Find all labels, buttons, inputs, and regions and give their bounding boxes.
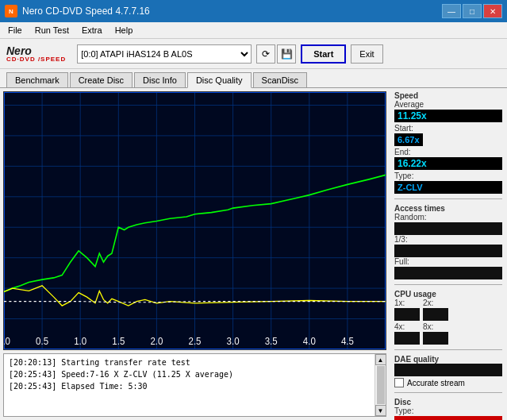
right-panel: Speed Average 11.25x Start: 6.67x End: 1… bbox=[390, 88, 507, 420]
title-bar-left: N Nero CD-DVD Speed 4.7.7.16 bbox=[5, 5, 150, 17]
end-label: End: bbox=[394, 148, 502, 156]
random-value bbox=[394, 222, 502, 235]
cpu-2x-label: 2x: bbox=[423, 299, 448, 307]
random-label: Random: bbox=[394, 213, 502, 222]
speed-section: Speed Average 11.25x Start: 6.67x End: 1… bbox=[394, 91, 502, 194]
divider-2 bbox=[394, 284, 502, 285]
log-entry-0: [20:20:13] Starting transfer rate test bbox=[9, 356, 370, 368]
full-label: Full: bbox=[394, 257, 502, 266]
cpu-4x-label: 4x: bbox=[394, 322, 420, 331]
cpu-usage-section: CPU usage 1x: 2x: 4x: bbox=[394, 290, 502, 345]
log-entry-1: [20:25:43] Speed:7-16 X Z-CLV (11.25 X a… bbox=[9, 368, 370, 380]
cpu-1x-label: 1x: bbox=[394, 299, 420, 307]
nero-logo: Nero CD·DVD /SPEED bbox=[6, 45, 66, 63]
window-title: Nero CD-DVD Speed 4.7.7.16 bbox=[22, 6, 150, 17]
cpu-8x-value bbox=[423, 332, 448, 345]
disc-header: Disc bbox=[394, 398, 502, 407]
log-scrollbar: ▲ ▼ bbox=[374, 354, 386, 416]
onethird-label: 1/3: bbox=[394, 235, 502, 244]
svg-text:4.5: 4.5 bbox=[341, 336, 354, 346]
maximize-button[interactable]: □ bbox=[463, 4, 482, 18]
start-value: 6.67x bbox=[394, 133, 423, 146]
dae-header: DAE quality bbox=[394, 355, 502, 364]
minimize-button[interactable]: — bbox=[442, 4, 461, 18]
menu-bar: File Run Test Extra Help bbox=[0, 22, 507, 39]
svg-text:1.0: 1.0 bbox=[74, 336, 86, 346]
tab-scan-disc[interactable]: ScanDisc bbox=[253, 72, 307, 87]
svg-text:2.0: 2.0 bbox=[150, 336, 163, 346]
main-content: 4 X 8 X 12 X 16 X 20 X 24 X 4 8 12 16 bbox=[0, 88, 507, 420]
disc-section: Disc Type: DVD+R Length: 4.38 GB bbox=[394, 398, 502, 420]
cpu-header: CPU usage bbox=[394, 290, 502, 299]
log-entry-2: [20:25:43] Elapsed Time: 5:30 bbox=[9, 380, 370, 392]
cpu-1x-col: 1x: bbox=[394, 299, 420, 321]
toolbar: Nero CD·DVD /SPEED [0:0] ATAPI iHAS124 B… bbox=[0, 39, 507, 69]
end-value: 16.22x bbox=[394, 157, 502, 170]
exit-button[interactable]: Exit bbox=[351, 44, 382, 64]
menu-run-test[interactable]: Run Test bbox=[30, 24, 74, 37]
drive-selector[interactable]: [0:0] ATAPI iHAS124 B AL0S bbox=[77, 44, 252, 64]
start-label: Start: bbox=[394, 124, 423, 133]
accurate-stream-row: Accurate stream bbox=[394, 378, 502, 387]
cpu-1x-value bbox=[394, 308, 420, 321]
scroll-down-button[interactable]: ▼ bbox=[375, 405, 386, 416]
chart-svg: 4 X 8 X 12 X 16 X 20 X 24 X 4 8 12 16 bbox=[4, 92, 386, 349]
divider-4 bbox=[394, 392, 502, 393]
cpu-4x-col: 4x: bbox=[394, 322, 420, 345]
scroll-up-button[interactable]: ▲ bbox=[375, 354, 386, 365]
full-value bbox=[394, 267, 502, 279]
type-value: Z-CLV bbox=[394, 181, 502, 194]
svg-text:0.0: 0.0 bbox=[4, 336, 10, 346]
type-label: Type: bbox=[394, 171, 502, 180]
dae-section: DAE quality Accurate stream bbox=[394, 355, 502, 387]
log-area: [20:20:13] Starting transfer rate test [… bbox=[3, 353, 386, 417]
cpu-2x-col: 2x: bbox=[423, 299, 448, 321]
cpu-8x-col: 8x: bbox=[423, 322, 448, 345]
title-bar: N Nero CD-DVD Speed 4.7.7.16 — □ ✕ bbox=[0, 0, 507, 22]
tab-disc-quality[interactable]: Disc Quality bbox=[187, 72, 252, 88]
access-times-header: Access times bbox=[394, 204, 502, 213]
access-times-section: Access times Random: 1/3: Full: bbox=[394, 204, 502, 279]
dae-value bbox=[394, 364, 502, 376]
title-bar-controls: — □ ✕ bbox=[442, 4, 502, 18]
onethird-value bbox=[394, 245, 502, 257]
tab-disc-info[interactable]: Disc Info bbox=[134, 72, 186, 87]
nero-logo-bottom: CD·DVD /SPEED bbox=[6, 56, 66, 63]
start-col: Start: 6.67x bbox=[394, 124, 423, 146]
accurate-stream-checkbox[interactable] bbox=[394, 378, 404, 387]
refresh-icon-button[interactable]: ⟳ bbox=[256, 44, 275, 64]
chart-column: 4 X 8 X 12 X 16 X 20 X 24 X 4 8 12 16 bbox=[0, 88, 390, 420]
average-label: Average bbox=[394, 100, 502, 109]
divider-1 bbox=[394, 198, 502, 199]
nero-logo-top: Nero bbox=[6, 45, 66, 56]
svg-text:2.5: 2.5 bbox=[189, 336, 202, 346]
save-icon-button[interactable]: 💾 bbox=[277, 44, 296, 64]
menu-help[interactable]: Help bbox=[110, 24, 138, 37]
tab-bar: Benchmark Create Disc Disc Info Disc Qua… bbox=[0, 69, 507, 88]
speed-header: Speed bbox=[394, 91, 502, 100]
close-button[interactable]: ✕ bbox=[483, 4, 502, 18]
log-content: [20:20:13] Starting transfer rate test [… bbox=[4, 354, 374, 416]
scroll-thumb[interactable] bbox=[377, 366, 385, 404]
disc-type-label: Type: bbox=[394, 407, 502, 415]
disc-type-value: DVD+R bbox=[394, 416, 502, 420]
tab-benchmark[interactable]: Benchmark bbox=[6, 72, 68, 87]
app-icon: N bbox=[5, 5, 17, 17]
start-button[interactable]: Start bbox=[301, 44, 346, 64]
toolbar-icons: ⟳ 💾 bbox=[256, 44, 296, 64]
menu-extra[interactable]: Extra bbox=[77, 24, 107, 37]
divider-3 bbox=[394, 349, 502, 350]
svg-text:3.5: 3.5 bbox=[265, 336, 278, 346]
app-window: N Nero CD-DVD Speed 4.7.7.16 — □ ✕ File … bbox=[0, 0, 507, 420]
svg-text:0.5: 0.5 bbox=[36, 336, 48, 346]
tab-create-disc[interactable]: Create Disc bbox=[70, 72, 133, 87]
average-value: 11.25x bbox=[394, 110, 502, 122]
svg-text:1.5: 1.5 bbox=[112, 336, 125, 346]
menu-file[interactable]: File bbox=[3, 24, 27, 37]
accurate-stream-label: Accurate stream bbox=[407, 379, 465, 387]
cpu-2x-value bbox=[423, 308, 448, 321]
chart-container: 4 X 8 X 12 X 16 X 20 X 24 X 4 8 12 16 bbox=[3, 91, 386, 350]
svg-text:4.0: 4.0 bbox=[303, 336, 316, 346]
cpu-8x-label: 8x: bbox=[423, 322, 448, 331]
cpu-4x-value bbox=[394, 332, 420, 345]
